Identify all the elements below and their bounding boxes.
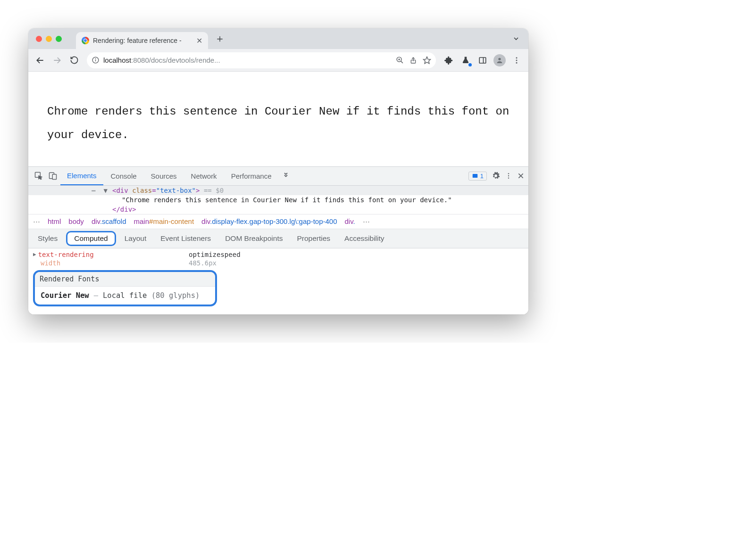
- svg-line-6: [401, 61, 403, 63]
- element-row-selected[interactable]: ⋯ ▼ <div class="text-box"> == $0: [28, 186, 528, 195]
- browser-toolbar: localhost:8080/docs/devtools/rende...: [28, 49, 528, 72]
- svg-point-22: [508, 175, 509, 176]
- collapse-icon[interactable]: ▼: [104, 187, 108, 194]
- svg-point-23: [508, 178, 509, 179]
- close-tab-icon[interactable]: ✕: [196, 36, 202, 45]
- back-button[interactable]: [33, 53, 47, 67]
- subtab-layout[interactable]: Layout: [119, 232, 152, 245]
- subtab-event-listeners[interactable]: Event Listeners: [155, 232, 217, 245]
- browser-window: Rendering: feature reference - ✕ ＋ local…: [28, 28, 528, 314]
- page-viewport: Chrome renders this sentence in Courier …: [28, 72, 528, 166]
- profile-avatar[interactable]: [493, 53, 507, 67]
- reload-button[interactable]: [67, 53, 81, 67]
- address-bar[interactable]: localhost:8080/docs/devtools/rende...: [87, 52, 436, 68]
- prop-value: optimizespeed: [189, 251, 241, 258]
- breadcrumb-item[interactable]: div.display-flex.gap-top-300.lg\:gap-top…: [201, 217, 337, 225]
- tag-close: </div>: [112, 206, 136, 213]
- bookmark-icon[interactable]: [423, 56, 431, 65]
- elements-tree[interactable]: ⋯ ▼ <div class="text-box"> == $0 "Chrome…: [28, 186, 528, 214]
- attr-value: "text-box": [156, 187, 196, 194]
- tab-elements[interactable]: Elements: [60, 167, 103, 185]
- tab-title: Rendering: feature reference -: [93, 37, 192, 44]
- svg-point-4: [95, 58, 96, 59]
- svg-point-14: [516, 57, 518, 58]
- new-tab-button[interactable]: ＋: [215, 32, 225, 46]
- chrome-favicon-icon: [82, 37, 89, 44]
- svg-marker-10: [424, 57, 431, 63]
- rendered-fonts-row: Courier New — Local file (80 glyphs): [35, 287, 215, 305]
- element-text: "Chrome renders this sentence in Courier…: [122, 196, 452, 204]
- menu-icon[interactable]: [509, 53, 524, 67]
- tabs-dropdown-icon[interactable]: [512, 35, 520, 42]
- computed-row[interactable]: ▶ text-rendering optimizespeed: [33, 250, 524, 259]
- zoom-icon[interactable]: [396, 56, 404, 64]
- subtab-dom-breakpoints[interactable]: DOM Breakpoints: [219, 232, 288, 245]
- url-text: localhost:8080/docs/devtools/rende...: [103, 56, 220, 64]
- svg-point-15: [516, 59, 518, 61]
- inspect-icon[interactable]: [32, 171, 45, 181]
- element-close-row[interactable]: </div>: [28, 205, 528, 214]
- site-info-icon[interactable]: [92, 56, 100, 64]
- share-icon[interactable]: [409, 57, 417, 64]
- element-text-row[interactable]: "Chrome renders this sentence in Courier…: [28, 195, 528, 205]
- breadcrumb-item[interactable]: html: [48, 217, 61, 225]
- prop-name: width: [41, 259, 60, 267]
- devtools-tabbar: Elements Console Sources Network Perform…: [28, 167, 528, 186]
- styles-subtabs: Styles Computed Layout Event Listeners D…: [28, 229, 528, 248]
- maximize-window-button[interactable]: [56, 36, 62, 42]
- tab-strip: Rendering: feature reference - ✕ ＋: [28, 28, 528, 49]
- forward-button[interactable]: [50, 53, 64, 67]
- browser-tab[interactable]: Rendering: feature reference - ✕: [76, 32, 208, 49]
- font-name: Courier New: [41, 291, 89, 300]
- expand-icon[interactable]: ▶: [33, 251, 36, 257]
- subtab-styles[interactable]: Styles: [32, 232, 63, 245]
- attr-name: class: [132, 187, 152, 194]
- device-toggle-icon[interactable]: [46, 171, 59, 181]
- ellipsis-icon[interactable]: ⋯: [92, 187, 95, 194]
- rendered-fonts-section: Rendered Fonts Courier New — Local file …: [33, 270, 217, 306]
- breadcrumb-item[interactable]: body: [68, 217, 84, 225]
- labs-icon[interactable]: [459, 53, 473, 67]
- svg-rect-20: [473, 174, 478, 178]
- separator: —: [94, 291, 98, 300]
- dom-breadcrumb[interactable]: ⋯ html body div.scaffold main#main-conte…: [28, 214, 528, 229]
- svg-rect-19: [52, 174, 56, 180]
- prop-name: text-rendering: [38, 251, 94, 258]
- svg-point-16: [516, 62, 518, 63]
- page-text: Chrome renders this sentence in Courier …: [47, 100, 509, 148]
- prop-value: 485.6px: [189, 259, 217, 267]
- tab-console[interactable]: Console: [104, 167, 143, 185]
- close-window-button[interactable]: [36, 36, 42, 42]
- settings-icon[interactable]: [492, 172, 500, 180]
- tab-performance[interactable]: Performance: [225, 167, 278, 185]
- subtab-computed[interactable]: Computed: [66, 231, 116, 246]
- breadcrumb-item[interactable]: main#main-content: [134, 217, 194, 225]
- close-devtools-icon[interactable]: [517, 172, 525, 180]
- breadcrumb-item[interactable]: div.scaffold: [92, 217, 126, 225]
- minimize-window-button[interactable]: [46, 36, 52, 42]
- svg-rect-11: [479, 58, 486, 63]
- font-source: Local file (80 glyphs): [103, 291, 200, 300]
- subtab-accessibility[interactable]: Accessibility: [339, 232, 390, 245]
- selection-hint: == $0: [200, 187, 224, 194]
- tag-open: <div: [112, 187, 132, 194]
- issues-badge[interactable]: 1: [468, 172, 487, 181]
- devtools-panel: Elements Console Sources Network Perform…: [28, 166, 528, 314]
- tab-sources[interactable]: Sources: [144, 167, 184, 185]
- tab-network[interactable]: Network: [184, 167, 224, 185]
- rendered-fonts-heading: Rendered Fonts: [35, 272, 215, 287]
- window-controls: [36, 36, 62, 42]
- issues-count: 1: [480, 173, 484, 180]
- svg-point-13: [498, 58, 501, 60]
- side-panel-icon[interactable]: [476, 53, 490, 67]
- breadcrumb-item[interactable]: div.: [345, 217, 355, 225]
- more-tabs-icon[interactable]: [279, 172, 292, 180]
- omnibox-actions: [396, 56, 431, 65]
- svg-point-21: [508, 173, 509, 174]
- breadcrumb-scroll-right[interactable]: ⋯: [363, 217, 370, 226]
- kebab-menu-icon[interactable]: [505, 172, 512, 180]
- extensions-icon[interactable]: [442, 53, 456, 67]
- breadcrumb-scroll-left[interactable]: ⋯: [33, 217, 40, 226]
- computed-row[interactable]: width 485.6px: [33, 259, 524, 267]
- subtab-properties[interactable]: Properties: [291, 232, 336, 245]
